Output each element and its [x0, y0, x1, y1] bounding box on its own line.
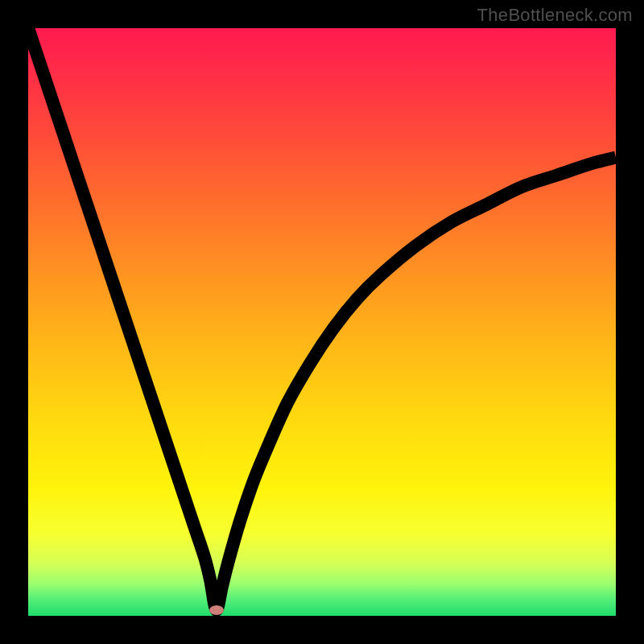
optimal-point-marker: [209, 605, 224, 615]
chart-frame: TheBottleneck.com: [0, 0, 644, 644]
curve-layer: [28, 28, 616, 616]
watermark-text: TheBottleneck.com: [477, 5, 633, 26]
plot-area: [28, 28, 616, 616]
bottleneck-curve: [28, 28, 616, 610]
